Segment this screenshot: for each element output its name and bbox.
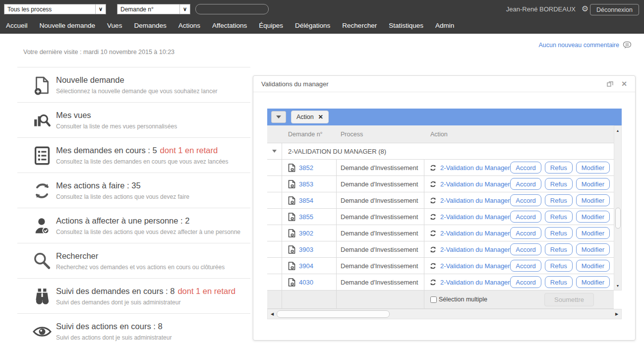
nav-item[interactable]: Affectations [212, 22, 247, 29]
menu-item-title: Mes demandes en cours : 5dont 1 en retar… [56, 146, 250, 155]
horizontal-scrollbar-thumb[interactable] [277, 310, 390, 318]
scroll-down-arrow-icon[interactable]: ▼ [614, 282, 621, 289]
table-footer: Sélection multiple Soumettre [267, 291, 614, 309]
action-step-link[interactable]: 2-Validation du Manager [440, 213, 510, 221]
logout-button[interactable]: Déconnexion [590, 4, 639, 15]
request-id-link[interactable]: 3854 [299, 197, 313, 204]
nav-item[interactable]: Vues [107, 22, 122, 29]
modifier-button[interactable]: Modifier [576, 162, 610, 174]
modifier-button[interactable]: Modifier [576, 227, 610, 239]
request-id-link[interactable]: 3902 [299, 230, 313, 237]
refus-button[interactable]: Refus [545, 211, 573, 223]
nav-item[interactable]: Actions [178, 22, 200, 29]
column-header-process[interactable]: Process [337, 131, 424, 138]
close-icon[interactable]: ✕ [621, 80, 627, 88]
scroll-left-arrow-icon[interactable]: ◀ [269, 309, 276, 319]
accord-button[interactable]: Accord [510, 276, 541, 288]
document-gear-icon [288, 245, 295, 254]
comments-link-label: Aucun nouveau commentaire [538, 42, 619, 49]
action-step-link[interactable]: 2-Validation du Manager [440, 262, 510, 270]
menu-item-suivi-actions[interactable]: Suivi des actions en cours : 8 Suivi des… [17, 313, 250, 349]
request-id-link[interactable]: 3852 [299, 164, 313, 172]
action-step-link[interactable]: 2-Validation du Manager [440, 279, 510, 286]
refus-button[interactable]: Refus [545, 178, 573, 190]
vertical-scrollbar[interactable]: ▲ ▼ [614, 125, 622, 291]
request-id-link[interactable]: 3904 [299, 262, 313, 270]
request-id-link[interactable]: 4030 [299, 279, 313, 286]
search-type-select[interactable]: Demande n° ∨ [117, 4, 190, 14]
main-nav: AccueilNouvelle demandeVuesDemandesActio… [0, 17, 644, 34]
table-row: 3855 Demande d'Investissement 2- [267, 209, 614, 225]
menu-item-subtitle: Suivi des demandes dont je suis administ… [56, 299, 250, 306]
scroll-right-arrow-icon[interactable]: ▶ [613, 309, 620, 319]
accord-button[interactable]: Accord [510, 194, 541, 206]
refus-button[interactable]: Refus [545, 162, 573, 174]
modifier-button[interactable]: Modifier [576, 178, 610, 190]
nav-item[interactable]: Admin [435, 22, 454, 29]
menu-item-subtitle: Consulter la liste de mes vues personnal… [56, 123, 250, 130]
action-step-link[interactable]: 2-Validation du Manager [440, 230, 510, 237]
action-step-link[interactable]: 2-Validation du Manager [440, 246, 510, 253]
popout-icon[interactable] [607, 81, 613, 87]
menu-item-title: Rechercher [56, 251, 250, 261]
menu-item-rechercher[interactable]: Rechercher Recherchez vos demandes et vo… [17, 243, 250, 278]
horizontal-scrollbar[interactable]: ◀ ▶ [267, 309, 622, 319]
nav-item[interactable]: Rechercher [342, 22, 377, 29]
search-input[interactable] [195, 4, 269, 14]
multi-select-checkbox[interactable] [430, 296, 437, 303]
nav-item[interactable]: Délégations [295, 22, 330, 29]
menu-item-mes-vues[interactable]: Mes vues Consulter la liste de mes vues … [17, 102, 250, 137]
nav-item[interactable]: Demandes [134, 22, 166, 29]
magnifier-icon [31, 250, 53, 272]
nav-item[interactable]: Équipes [259, 22, 283, 29]
accord-button[interactable]: Accord [510, 243, 541, 255]
refus-button[interactable]: Refus [545, 276, 573, 288]
close-icon[interactable]: ✕ [318, 114, 323, 120]
accord-button[interactable]: Accord [510, 178, 541, 190]
menu-item-title: Mes actions à faire : 35 [56, 181, 250, 190]
menu-item-mes-actions[interactable]: Mes actions à faire : 35 Consultez la li… [17, 173, 250, 208]
modifier-button[interactable]: Modifier [576, 211, 610, 223]
refus-button[interactable]: Refus [545, 260, 573, 272]
vertical-scrollbar-thumb[interactable] [615, 208, 621, 229]
action-step-link[interactable]: 2-Validation du Manager [440, 197, 510, 204]
filter-tag-action[interactable]: Action ✕ [291, 111, 329, 123]
request-id-link[interactable]: 3903 [299, 246, 313, 253]
submit-button[interactable]: Soumettre [544, 293, 594, 306]
menu-item-title: Mes vues [56, 111, 250, 120]
accord-button[interactable]: Accord [510, 260, 541, 272]
column-header-action[interactable]: Action [424, 131, 614, 138]
multi-select-label[interactable]: Sélection multiple [439, 296, 487, 303]
gear-icon[interactable]: ⚙ [582, 4, 588, 13]
scroll-up-arrow-icon[interactable]: ▲ [614, 127, 621, 134]
filter-dropdown-button[interactable] [271, 111, 286, 123]
collapse-group-button[interactable] [267, 143, 282, 159]
accord-button[interactable]: Accord [510, 211, 541, 223]
request-id-link[interactable]: 3853 [299, 180, 313, 188]
modifier-button[interactable]: Modifier [576, 243, 610, 255]
refus-button[interactable]: Refus [545, 243, 573, 255]
menu-item-nouvelle-demande[interactable]: Nouvelle demande Sélectionnez la nouvell… [17, 67, 250, 102]
menu-item-mes-demandes[interactable]: Mes demandes en cours : 5dont 1 en retar… [17, 137, 250, 173]
refus-button[interactable]: Refus [545, 194, 573, 206]
process-cell: Demande d'Investissement [337, 274, 424, 290]
menu-item-subtitle: Sélectionnez la nouvelle demande que vou… [56, 88, 250, 95]
action-step-link[interactable]: 2-Validation du Manager [440, 164, 510, 172]
refus-button[interactable]: Refus [545, 227, 573, 239]
comments-link[interactable]: Aucun nouveau commentaire [538, 41, 635, 49]
request-id-link[interactable]: 3855 [299, 213, 313, 221]
menu-item-actions-affecter[interactable]: Actions à affecter à une personne : 2 Co… [17, 208, 250, 243]
nav-item[interactable]: Nouvelle demande [40, 22, 96, 29]
modifier-button[interactable]: Modifier [576, 260, 610, 272]
process-select[interactable]: Tous les process ∨ [4, 4, 106, 14]
nav-item[interactable]: Accueil [6, 22, 28, 29]
accord-button[interactable]: Accord [510, 227, 541, 239]
table-row: 3902 Demande d'Investissement 2- [267, 225, 614, 241]
action-step-link[interactable]: 2-Validation du Manager [440, 180, 510, 188]
column-header-demande[interactable]: Demande n° [282, 131, 337, 138]
modifier-button[interactable]: Modifier [576, 276, 610, 288]
modifier-button[interactable]: Modifier [576, 194, 610, 206]
nav-item[interactable]: Statistiques [389, 22, 423, 29]
accord-button[interactable]: Accord [510, 162, 541, 174]
menu-item-suivi-demandes[interactable]: Suivi des demandes en cours : 8dont 1 en… [17, 278, 250, 313]
